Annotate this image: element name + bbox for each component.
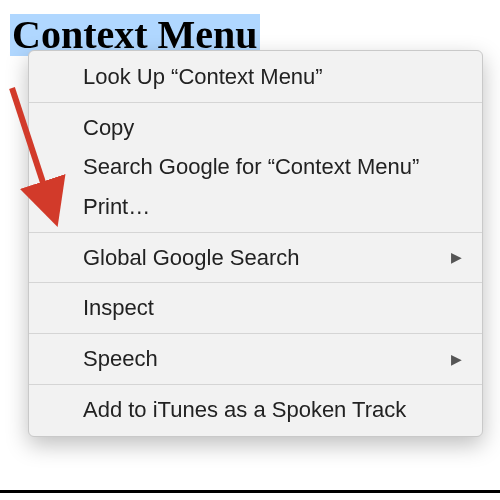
menu-item-inspect[interactable]: Inspect	[29, 288, 482, 328]
menu-divider	[29, 384, 482, 385]
menu-item-search-google[interactable]: Search Google for “Context Menu”	[29, 147, 482, 187]
menu-item-print[interactable]: Print…	[29, 187, 482, 227]
menu-item-copy[interactable]: Copy	[29, 108, 482, 148]
context-menu: Look Up “Context Menu” Copy Search Googl…	[28, 50, 483, 437]
menu-divider	[29, 102, 482, 103]
bottom-border	[0, 490, 500, 493]
menu-item-speech[interactable]: Speech ▶	[29, 339, 482, 379]
menu-item-label: Global Google Search	[83, 243, 441, 273]
menu-item-label: Copy	[83, 113, 462, 143]
globe-icon	[51, 247, 73, 269]
menu-item-label: Print…	[83, 192, 462, 222]
menu-item-global-google-search[interactable]: Global Google Search ▶	[29, 238, 482, 278]
menu-item-label: Look Up “Context Menu”	[83, 62, 462, 92]
menu-item-add-itunes[interactable]: Add to iTunes as a Spoken Track	[29, 390, 482, 430]
menu-item-lookup[interactable]: Look Up “Context Menu”	[29, 57, 482, 97]
menu-item-label: Inspect	[83, 293, 462, 323]
chevron-right-icon: ▶	[451, 350, 462, 369]
menu-divider	[29, 333, 482, 334]
menu-item-label: Search Google for “Context Menu”	[83, 152, 462, 182]
menu-divider	[29, 232, 482, 233]
menu-item-label: Add to iTunes as a Spoken Track	[83, 395, 462, 425]
chevron-right-icon: ▶	[451, 248, 462, 267]
menu-divider	[29, 282, 482, 283]
menu-item-label: Speech	[83, 344, 441, 374]
